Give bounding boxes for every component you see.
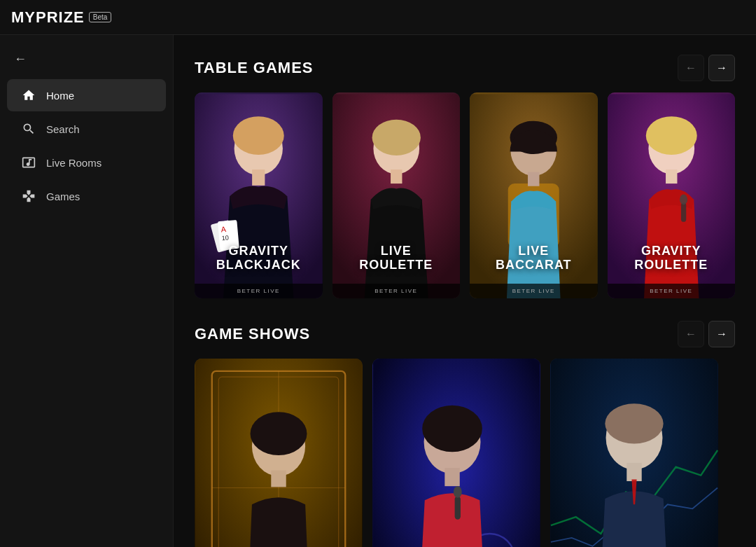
card-live-roulette[interactable]: LIVEROULETTE BETER LIVE xyxy=(332,92,461,298)
back-button[interactable]: ← xyxy=(0,46,173,78)
sidebar-item-home[interactable]: Home xyxy=(7,79,166,111)
logo: MYPRIZE Beta xyxy=(11,8,111,27)
card-gravity-blackjack[interactable]: A 10 GRAVITYBLACKJACK BETER LIVE xyxy=(195,92,323,298)
card-stock-market[interactable]: STOCKMARKET EVOLUTION GAMING xyxy=(550,359,718,547)
card-gravity-roulette-label: GRAVITYROULETTE xyxy=(608,244,736,272)
card-gravity-blackjack-label: GRAVITYBLACKJACK xyxy=(195,244,323,272)
sidebar-item-search[interactable]: Search xyxy=(7,113,166,145)
svg-rect-37 xyxy=(455,497,461,520)
card-bg-lightning-lotto xyxy=(195,359,363,547)
table-games-title: TABLE GAMES xyxy=(195,59,313,77)
card-gravity-roulette-provider: BETER LIVE xyxy=(608,284,736,298)
svg-point-41 xyxy=(605,404,663,444)
table-games-next-button[interactable]: → xyxy=(708,55,735,81)
card-live-baccarat-label: LIVEBACCARAT xyxy=(470,244,598,272)
logo-text: MYPRIZE xyxy=(11,8,85,27)
card-live-baccarat[interactable]: LIVEBACCARAT BETER LIVE xyxy=(470,92,598,298)
topbar: MYPRIZE Beta xyxy=(0,0,756,35)
svg-point-2 xyxy=(233,116,284,155)
sidebar-item-live-rooms[interactable]: Live Rooms xyxy=(7,146,166,179)
games-icon xyxy=(21,188,36,204)
svg-point-22 xyxy=(680,195,687,205)
svg-rect-36 xyxy=(444,468,459,486)
layout: ← Home Search Live Rooms Games xyxy=(0,35,756,547)
card-bg-mega-ball xyxy=(372,359,540,547)
table-games-cards: A 10 GRAVITYBLACKJACK BETER LIVE xyxy=(195,92,735,298)
svg-rect-11 xyxy=(391,169,402,184)
svg-point-35 xyxy=(422,406,482,452)
svg-rect-42 xyxy=(626,463,641,481)
svg-rect-16 xyxy=(528,172,539,186)
svg-text:10: 10 xyxy=(221,234,229,242)
game-shows-header: GAME SHOWS ← → xyxy=(195,321,735,347)
game-shows-title: GAME SHOWS xyxy=(195,325,310,343)
live-rooms-icon xyxy=(21,155,36,170)
game-shows-cards: LIGHTNINGLOTTO EVOLUTION GAMING xyxy=(195,359,735,547)
card-gravity-blackjack-provider: BETER LIVE xyxy=(195,284,323,298)
table-games-section: TABLE GAMES ← → xyxy=(195,55,735,298)
svg-rect-21 xyxy=(680,202,685,221)
svg-point-29 xyxy=(251,413,307,456)
sidebar-item-live-rooms-label: Live Rooms xyxy=(46,157,102,169)
game-shows-prev-button[interactable]: ← xyxy=(678,321,704,347)
main-content: TABLE GAMES ← → xyxy=(174,35,756,547)
svg-rect-20 xyxy=(666,169,677,184)
sidebar-item-search-label: Search xyxy=(46,123,80,135)
card-lightning-lotto[interactable]: LIGHTNINGLOTTO EVOLUTION GAMING xyxy=(195,359,363,547)
svg-point-19 xyxy=(645,116,696,155)
game-shows-nav: ← → xyxy=(678,321,735,347)
game-shows-section: GAME SHOWS ← → xyxy=(195,321,735,547)
svg-point-10 xyxy=(372,120,420,155)
svg-point-38 xyxy=(454,486,462,498)
svg-rect-3 xyxy=(252,169,265,186)
table-games-prev-button[interactable]: ← xyxy=(678,55,704,81)
sidebar-item-games-label: Games xyxy=(46,191,80,202)
svg-rect-30 xyxy=(271,471,286,487)
beta-badge: Beta xyxy=(89,12,112,22)
sidebar-item-games[interactable]: Games xyxy=(7,180,166,212)
card-live-baccarat-provider: BETER LIVE xyxy=(470,284,598,298)
search-icon xyxy=(21,121,36,137)
sidebar-item-home-label: Home xyxy=(46,90,74,102)
game-shows-next-button[interactable]: → xyxy=(708,321,735,347)
card-live-roulette-label: LIVEROULETTE xyxy=(332,244,461,272)
card-live-roulette-provider: BETER LIVE xyxy=(332,284,461,298)
table-games-nav: ← → xyxy=(678,55,735,81)
card-mega-ball[interactable]: MEGA BALL EVOLUTION GAMING xyxy=(372,359,540,547)
table-games-header: TABLE GAMES ← → xyxy=(195,55,735,81)
card-bg-stock-market xyxy=(550,359,718,547)
sidebar: ← Home Search Live Rooms Games xyxy=(0,35,174,547)
home-icon xyxy=(21,88,36,103)
card-gravity-roulette[interactable]: GRAVITYROULETTE BETER LIVE xyxy=(608,92,736,298)
